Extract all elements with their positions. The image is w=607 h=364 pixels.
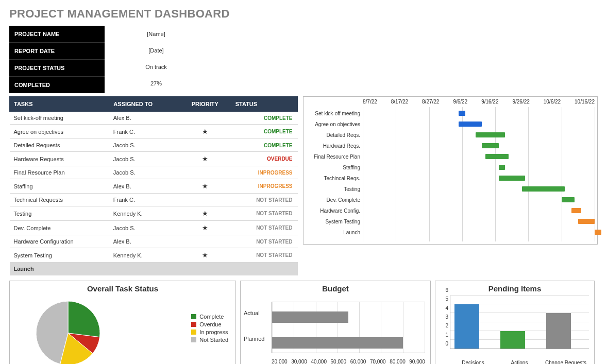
task-assignee: Jacob S. — [109, 139, 179, 152]
task-header: TASKS — [10, 97, 109, 112]
pending-ytick: 1 — [445, 332, 448, 337]
task-name: Dev. Complete — [10, 221, 109, 235]
pending-ytick: 4 — [445, 305, 448, 310]
gantt-bar — [459, 111, 465, 116]
table-row: Final Resource PlanJacob S.INPROGRESS — [10, 166, 298, 179]
overall-task-status-panel: Overall Task Status CompleteOverdueIn pr… — [9, 281, 236, 364]
budget-tick: 60,000 — [350, 359, 366, 364]
table-row: System TestingKennedy K.★NOT STARTED — [10, 248, 298, 263]
budget-tick: 50,000 — [331, 359, 347, 364]
budget-tick: 20,000 — [272, 359, 288, 364]
task-name: Set kick-off meeting — [10, 112, 109, 125]
task-priority: ★ — [179, 179, 231, 194]
pending-panel: Pending Items 0123456 DecisionsActionsCh… — [435, 281, 595, 364]
pending-ytick: 0 — [445, 341, 448, 346]
budget-row-label: Planned — [244, 336, 264, 361]
legend-label: In progress — [199, 329, 228, 335]
task-header: STATUS — [231, 97, 297, 112]
task-name: Agree on objectives — [10, 125, 109, 139]
task-status: COMPLETE — [231, 112, 297, 125]
table-row: Detailed RequestsJacob S.COMPLETE — [10, 139, 298, 152]
table-row: Dev. CompleteJacob S.★NOT STARTED — [10, 221, 298, 235]
gantt-row-label: Final Resource Plan — [304, 151, 360, 162]
task-name: Final Resource Plan — [10, 166, 109, 179]
budget-bar — [272, 337, 403, 349]
gantt-bar — [571, 208, 581, 213]
legend-item: Overdue — [191, 321, 228, 327]
task-assignee: Alex B. — [109, 235, 179, 248]
gantt-bar — [578, 219, 595, 224]
budget-tick: 80,000 — [390, 359, 406, 364]
gantt-bar — [499, 165, 505, 170]
gantt-date: 8/17/22 — [391, 99, 408, 105]
task-status: INPROGRESS — [231, 179, 297, 194]
pending-ytick: 2 — [445, 323, 448, 328]
task-name: Hardware Requests — [10, 152, 109, 166]
gantt-row-label: Detailed Reqs. — [304, 130, 360, 141]
task-name: Detailed Requests — [10, 139, 109, 152]
task-priority: ★ — [179, 221, 231, 235]
legend-swatch — [191, 322, 196, 327]
task-status: NOT STARTED — [231, 221, 297, 235]
task-assignee: Alex B. — [109, 179, 179, 194]
budget-tick: 40,000 — [311, 359, 327, 364]
task-status: INPROGRESS — [231, 166, 297, 179]
gantt-row: System Testing — [304, 216, 595, 227]
legend-label: Not Started — [199, 337, 228, 343]
gantt-row-label: Testing — [304, 184, 360, 195]
gantt-row-label: System Testing — [304, 216, 360, 227]
task-status: COMPLETE — [231, 125, 297, 139]
gantt-chart: 8/7/228/17/228/27/229/6/229/16/229/26/22… — [303, 96, 598, 245]
gantt-bar — [482, 143, 498, 148]
gantt-row-label: Set kick-off meeting — [304, 108, 360, 119]
summary-label: PROJECT NAME — [9, 26, 105, 42]
task-assignee: Kennedy K. — [109, 206, 179, 221]
gantt-row: Hardward Reqs. — [304, 141, 595, 151]
gantt-row-label: Dev. Complete — [304, 195, 360, 205]
gantt-row: Techincal Reqs. — [304, 173, 595, 184]
task-status: COMPLETE — [231, 139, 297, 152]
legend-label: Overdue — [199, 321, 221, 327]
gantt-row: Hardware Config. — [304, 205, 595, 216]
pie-slice — [68, 301, 100, 337]
budget-bar — [272, 311, 348, 323]
budget-title: Budget — [245, 284, 426, 293]
task-assignee: Frank C. — [109, 194, 179, 206]
task-name: Testing — [10, 206, 109, 221]
gantt-bar — [562, 197, 575, 202]
gantt-row-label: Agree on objectives — [304, 119, 360, 130]
gantt-bar — [476, 132, 505, 137]
gantt-row-label: Launch — [304, 227, 360, 238]
table-row: TestingKennedy K.★NOT STARTED — [10, 206, 298, 221]
pending-bar — [454, 304, 479, 349]
task-assignee: Alex B. — [109, 112, 179, 125]
gantt-row: Agree on objectives — [304, 119, 595, 130]
pending-bar — [546, 313, 571, 349]
tasks-table: TASKSASSIGNED TOPRIORITYSTATUS Set kick-… — [9, 96, 298, 275]
gantt-bar — [595, 230, 601, 235]
pending-title: Pending Items — [440, 284, 590, 293]
table-row: Agree on objectivesFrank C.★COMPLETE — [10, 125, 298, 139]
pending-xlabel: Actions — [496, 360, 543, 364]
task-status: NOT STARTED — [231, 235, 297, 248]
pending-ytick: 5 — [445, 296, 448, 302]
gantt-date: 9/6/22 — [453, 99, 467, 105]
task-assignee: Kennedy K. — [109, 248, 179, 263]
table-row: Hardware RequestsJacob S.★OVERDUE — [10, 152, 298, 166]
gantt-row-label: Hardward Reqs. — [304, 141, 360, 151]
pending-xlabel: Decisions — [450, 360, 496, 364]
gantt-row: Set kick-off meeting — [304, 108, 595, 119]
gantt-bar — [522, 186, 565, 192]
legend-label: Complete — [199, 314, 224, 320]
budget-tick: 30,000 — [291, 359, 307, 364]
task-priority: ★ — [179, 206, 231, 221]
gantt-bar — [459, 122, 482, 127]
summary-label: PROJECT STATUS — [9, 59, 105, 76]
task-assignee: Frank C. — [109, 125, 179, 139]
gantt-row: Dev. Complete — [304, 195, 595, 205]
budget-panel: Budget ActualPlanned 20,00030,00040,0005… — [240, 281, 431, 364]
page-title: PROJECT MANAGEMENT DASHBOARD — [9, 7, 598, 21]
table-row: Hardware ConfigurationAlex B.NOT STARTED — [10, 235, 298, 248]
gantt-date: 8/7/22 — [363, 99, 377, 105]
budget-row-label: Actual — [244, 310, 264, 336]
